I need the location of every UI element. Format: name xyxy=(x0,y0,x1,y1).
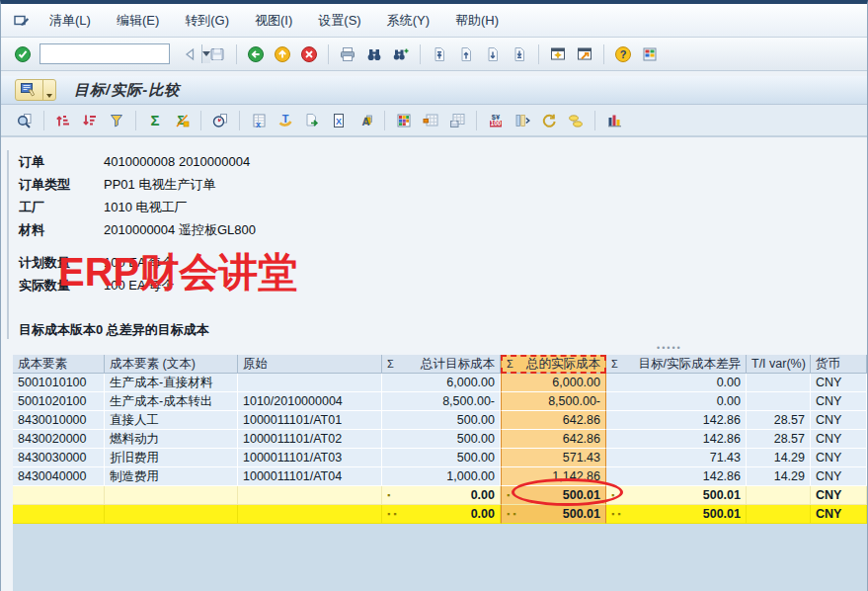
cell-variance[interactable]: 0.00 xyxy=(606,374,747,392)
cell-cost-element-text[interactable]: 直接人工 xyxy=(105,411,238,430)
col-header-tivar[interactable]: T/I var(%) xyxy=(747,355,811,374)
first-page-icon[interactable] xyxy=(428,42,451,66)
back-icon[interactable] xyxy=(244,42,268,66)
currency-icon[interactable]: $¥100 xyxy=(484,109,508,132)
total-variance[interactable]: ▪▪500.01 xyxy=(606,505,747,524)
help-icon[interactable]: ? xyxy=(611,42,635,66)
cell-variance[interactable]: 71.43 xyxy=(606,449,747,467)
print-icon[interactable] xyxy=(336,42,359,66)
back-triangle-icon[interactable] xyxy=(179,42,202,66)
shortcut-icon[interactable] xyxy=(573,42,596,66)
col-header-currency[interactable]: 货币 xyxy=(811,355,867,374)
cell-tivar[interactable]: 28.57 xyxy=(747,430,811,449)
menu-list[interactable]: 清单(L) xyxy=(37,8,104,34)
subtotal-currency[interactable]: CNY xyxy=(811,486,867,505)
next-page-icon[interactable] xyxy=(481,42,505,66)
subtotal-actual-cost[interactable]: ▪500.01 xyxy=(501,486,606,505)
cell-currency[interactable]: CNY xyxy=(811,411,867,430)
cell-actual-cost[interactable]: 8,500.00- xyxy=(501,392,606,411)
cell-origin[interactable] xyxy=(238,374,382,392)
local-file-icon[interactable] xyxy=(300,109,324,132)
cell-cost-element[interactable]: 5001020100 xyxy=(13,392,105,411)
cell-currency[interactable]: CNY xyxy=(811,430,867,449)
cell-origin[interactable]: 1000011101/AT03 xyxy=(238,449,382,467)
report-call-icon[interactable] xyxy=(208,109,232,132)
cell-currency[interactable]: CNY xyxy=(811,392,867,411)
cell-cost-element-text[interactable]: 折旧费用 xyxy=(105,449,238,467)
export-icon[interactable]: X xyxy=(327,109,351,132)
cell-variance[interactable]: 142.86 xyxy=(606,411,747,430)
menu-view[interactable]: 视图(I) xyxy=(242,8,305,34)
cell-actual-cost[interactable]: 6,000.00 xyxy=(501,374,606,392)
cell-currency[interactable]: CNY xyxy=(811,467,867,486)
enter-check-icon[interactable] xyxy=(11,42,35,66)
col-header-cost-element-text[interactable]: 成本要素 (文本) xyxy=(105,355,238,374)
col-header-cost-element[interactable]: 成本要素 xyxy=(13,355,105,374)
cell-tivar[interactable]: 14.29 xyxy=(747,467,811,486)
word-processing-icon[interactable]: T xyxy=(274,109,297,132)
menu-edit[interactable]: 编辑(E) xyxy=(104,8,172,34)
cell-origin[interactable]: 1000011101/AT01 xyxy=(238,411,382,430)
cell-actual-cost[interactable]: 571.43 xyxy=(501,449,606,467)
menu-system[interactable]: 系统(Y) xyxy=(374,8,442,34)
cell-actual-cost[interactable]: 642.86 xyxy=(501,411,606,430)
menu-goto[interactable]: 转到(G) xyxy=(172,8,242,34)
cells-icon[interactable] xyxy=(564,109,588,132)
choose-layout-icon[interactable] xyxy=(392,109,416,132)
cell-cost-element[interactable]: 5001010100 xyxy=(13,374,105,392)
cell-cost-element-text[interactable]: 燃料动力 xyxy=(105,430,238,449)
cell-variance[interactable]: 142.86 xyxy=(606,430,747,449)
menu-help[interactable]: 帮助(H) xyxy=(442,8,512,34)
column-order-icon[interactable] xyxy=(511,109,534,132)
change-layout-icon[interactable] xyxy=(419,109,442,132)
cell-cost-element[interactable]: 8430020000 xyxy=(13,430,105,449)
report-menu-button[interactable] xyxy=(15,79,56,101)
cell-target-cost[interactable]: 1,000.00 xyxy=(382,467,501,486)
total-target-cost[interactable]: ▪▪0.00 xyxy=(382,505,501,524)
cell-tivar[interactable]: 14.29 xyxy=(747,449,811,467)
filter-icon[interactable] xyxy=(105,109,128,132)
col-header-target-cost[interactable]: Σ 总计目标成本 xyxy=(382,355,501,374)
save-layout-icon[interactable] xyxy=(445,109,469,132)
col-header-actual-cost[interactable]: Σ 总的实际成本 xyxy=(501,355,606,374)
session-menu-icon[interactable] xyxy=(13,12,31,30)
find-icon[interactable] xyxy=(362,42,386,66)
cell-target-cost[interactable]: 500.00 xyxy=(382,430,501,449)
cell-target-cost[interactable]: 8,500.00- xyxy=(382,392,501,411)
excel-export-icon[interactable]: x xyxy=(247,109,271,132)
cell-cost-element[interactable]: 8430040000 xyxy=(13,467,105,486)
splitter-grip[interactable]: ••••• xyxy=(657,343,682,353)
cell-variance[interactable]: 0.00 xyxy=(606,392,747,411)
col-header-variance[interactable]: Σ 目标/实际成本差异 xyxy=(606,355,747,374)
cell-origin[interactable]: 1000011101/AT02 xyxy=(238,430,382,449)
cell-currency[interactable]: CNY xyxy=(811,374,867,392)
cell-target-cost[interactable]: 500.00 xyxy=(382,411,501,430)
cell-target-cost[interactable]: 6,000.00 xyxy=(382,374,501,392)
customize-layout-icon[interactable] xyxy=(638,42,662,66)
exit-icon[interactable] xyxy=(271,42,294,66)
last-page-icon[interactable] xyxy=(508,42,531,66)
abc-analysis-icon[interactable]: A xyxy=(354,109,377,132)
graphic-icon[interactable] xyxy=(602,109,626,132)
sort-ascending-icon[interactable] xyxy=(51,109,75,132)
cell-cost-element-text[interactable]: 生产成本-成本转出 xyxy=(105,392,238,411)
refresh-icon[interactable] xyxy=(537,109,561,132)
subtotal-target-cost[interactable]: ▪0.00 xyxy=(382,486,501,505)
cell-cost-element-text[interactable]: 制造费用 xyxy=(105,467,238,486)
find-next-icon[interactable] xyxy=(389,42,413,66)
cell-origin[interactable]: 1000011101/AT04 xyxy=(238,467,382,486)
command-field[interactable] xyxy=(39,43,170,64)
cell-cost-element[interactable]: 8430030000 xyxy=(13,449,105,467)
cell-cost-element[interactable]: 8430010000 xyxy=(13,411,105,430)
previous-page-icon[interactable] xyxy=(454,42,478,66)
cell-actual-cost[interactable]: 1,142.86 xyxy=(501,467,606,486)
cell-currency[interactable]: CNY xyxy=(811,449,867,467)
save-icon[interactable] xyxy=(205,42,229,66)
subtotal-variance[interactable]: ▪500.01 xyxy=(606,486,747,505)
col-header-origin[interactable]: 原始 xyxy=(238,355,382,374)
cell-actual-cost[interactable]: 642.86 xyxy=(501,430,606,449)
report-menu-dropdown[interactable] xyxy=(42,79,55,101)
cell-tivar[interactable]: 28.57 xyxy=(747,411,811,430)
subtotal-icon[interactable]: Σ xyxy=(170,109,194,132)
total-currency[interactable]: CNY xyxy=(811,505,867,524)
